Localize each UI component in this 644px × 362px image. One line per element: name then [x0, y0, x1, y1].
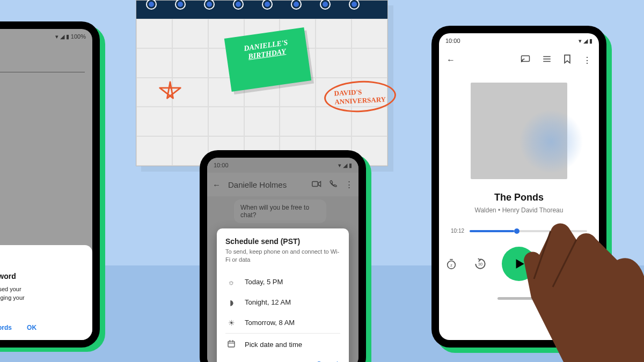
schedule-option-tonight[interactable]: ◗ Tonight, 12 AM: [225, 292, 340, 313]
status-bar: 10:00 ▾ ◢ ▮: [439, 33, 599, 48]
svg-rect-3: [228, 341, 235, 347]
battery-icon: ▮: [589, 38, 592, 45]
clock: 10:00: [445, 38, 460, 44]
forward-30-icon[interactable]: 30: [550, 256, 565, 271]
schedule-option-today[interactable]: ☼ Today, 5 PM: [225, 272, 340, 292]
sun-outline-icon: ☼: [226, 278, 236, 286]
phone-audio-player: 10:00 ▾ ◢ ▮ ← ⋮ The Ponds Walden • Henry…: [431, 26, 606, 348]
calendar-icon: [226, 339, 236, 350]
more-icon[interactable]: ⋮: [583, 55, 591, 65]
dialog-subtitle: To send, keep phone on and connect to Wi…: [225, 248, 340, 264]
queue-icon[interactable]: [542, 55, 552, 65]
wifi-icon: ▾: [579, 38, 582, 45]
player-toolbar: ← ⋮: [439, 48, 599, 72]
star-doodle: [158, 81, 182, 112]
option-label: Pick date and time: [245, 341, 302, 349]
track-meta: Walden • Henry David Thoreau: [439, 206, 599, 214]
cancel-button[interactable]: Cancel: [225, 356, 340, 362]
check-passwords-button[interactable]: Check passwords: [0, 324, 12, 331]
wifi-icon: ▾: [55, 33, 58, 40]
player-controls: z 30 30: [439, 247, 599, 281]
sleep-timer-icon[interactable]: z: [444, 256, 459, 271]
ok-button[interactable]: OK: [27, 324, 36, 331]
signal-icon: ◢: [583, 38, 588, 45]
url-fragment[interactable]: gle.com: [0, 60, 85, 72]
wall-calendar: DANIELLE'S BIRTHDAY DAVID'S ANNIVERSARY: [136, 0, 388, 166]
phone-messages: 10:00 ▾ ◢ ▮ ← Danielle Holmes ⋮ When wil…: [200, 150, 366, 362]
schedule-send-dialog: Schedule send (PST) To send, keep phone …: [217, 228, 349, 362]
gesture-pill[interactable]: [497, 297, 540, 300]
option-label: Tomorrow, 8 AM: [245, 319, 295, 327]
alert-title: ge your password: [0, 272, 84, 280]
schedule-option-tomorrow[interactable]: ☀ Tomorrow, 8 AM: [225, 313, 340, 333]
signal-icon: ◢: [60, 33, 64, 40]
sticky-note: DANIELLE'S BIRTHDAY: [224, 27, 311, 92]
warning-icon: [0, 256, 84, 268]
schedule-option-pick[interactable]: Pick date and time: [225, 333, 340, 356]
album-art[interactable]: [471, 83, 567, 179]
svg-text:30: 30: [478, 262, 482, 267]
password-alert-card: ge your password a site or app exposed y…: [0, 245, 92, 341]
svg-text:30: 30: [555, 262, 560, 267]
option-label: Tonight, 12 AM: [245, 298, 291, 306]
sunrise-icon: ☀: [226, 319, 236, 327]
dialog-title: Schedule send (PST): [225, 237, 340, 246]
battery-icon: ▮: [66, 33, 69, 40]
svg-text:z: z: [450, 263, 452, 268]
alert-body: a site or app exposed your recommends ch…: [0, 285, 84, 312]
elapsed-time: 10:12: [451, 228, 464, 234]
progress-handle[interactable]: [514, 228, 519, 234]
track-title: The Ponds: [439, 192, 599, 203]
play-button[interactable]: [502, 247, 536, 281]
battery-text: 100%: [71, 33, 86, 40]
option-label: Today, 5 PM: [245, 278, 283, 286]
phone-password-check: ▾ ◢ ▮ 100% gle.com ge your password a si…: [0, 21, 100, 348]
moon-icon: ◗: [226, 298, 236, 307]
replay-30-icon[interactable]: 30: [473, 256, 488, 271]
status-bar: ▾ ◢ ▮ 100%: [0, 29, 92, 44]
cast-icon[interactable]: [521, 55, 530, 65]
bookmark-icon[interactable]: [564, 54, 571, 66]
progress-row: 10:12: [439, 228, 599, 234]
back-icon[interactable]: ←: [447, 55, 455, 65]
progress-bar[interactable]: [470, 230, 587, 232]
tap-ripple: [519, 109, 583, 174]
calendar-binding: [136, 1, 387, 19]
